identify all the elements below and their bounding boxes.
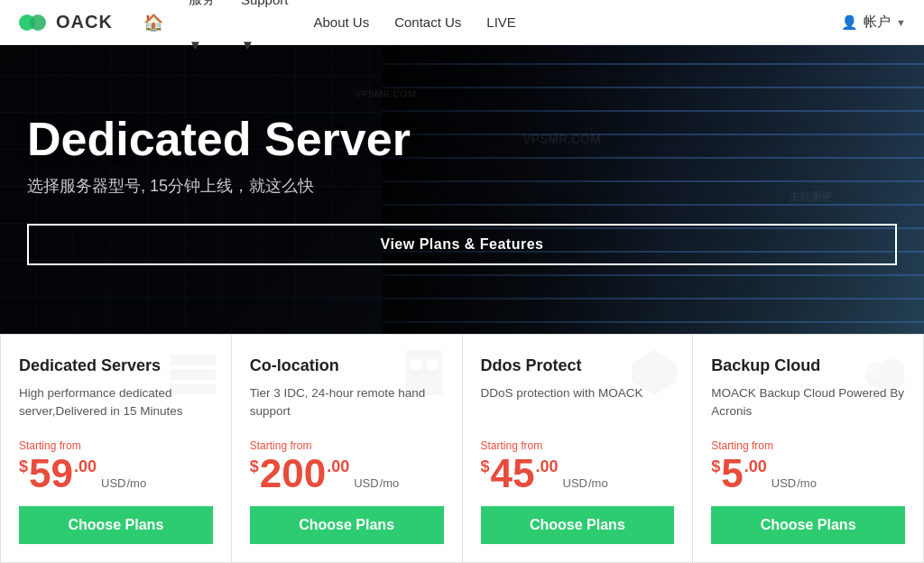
backup-price-cents: .00 — [744, 457, 767, 476]
hero-section: VPSMR.COM 主机测评 VPSMR.COM Dedicated Serve… — [0, 45, 924, 334]
dedicated-choose-button[interactable]: Choose Plans — [19, 506, 213, 544]
navbar: OACK 🏠 服务 ▼ Support ▼ About Us Contact U… — [0, 0, 924, 45]
support-chevron: ▼ — [228, 23, 301, 68]
card-colocation: Co-location Tier 3 IDC, 24-hour remote h… — [232, 334, 463, 563]
card-backup: Backup Cloud MOACK Backup Cloud Powered … — [693, 334, 924, 563]
colocation-period: /mo — [380, 476, 400, 490]
ddos-choose-button[interactable]: Choose Plans — [481, 506, 675, 544]
ddos-price-main: 45 — [491, 454, 535, 494]
nav-support-label: Support — [228, 0, 301, 23]
svg-rect-7 — [427, 359, 438, 370]
colocation-price-cents: .00 — [327, 457, 349, 476]
cards-section: Dedicated Servers High performance dedic… — [0, 334, 924, 563]
nav-links: 服务 ▼ Support ▼ About Us Contact Us LIVE — [176, 0, 841, 68]
ddos-dollar: $ — [481, 457, 490, 476]
backup-price-row: $ 5 .00 USD /mo — [711, 454, 905, 494]
nav-item-contact[interactable]: Contact Us — [382, 0, 474, 45]
svg-rect-6 — [411, 359, 421, 370]
backup-starting-from: Starting from — [711, 439, 905, 452]
svg-rect-2 — [171, 355, 216, 365]
dedicated-price-row: $ 59 .00 USD /mo — [19, 454, 213, 494]
svg-point-10 — [880, 359, 905, 379]
nav-item-live[interactable]: LIVE — [474, 0, 529, 45]
logo-icon — [18, 10, 51, 35]
dedicated-price-cents: .00 — [74, 457, 97, 476]
nav-item-about[interactable]: About Us — [300, 0, 382, 45]
account-menu[interactable]: 👤 帐户 ▼ — [841, 14, 906, 31]
ddos-period: /mo — [588, 476, 608, 490]
svg-point-1 — [30, 14, 46, 31]
account-chevron: ▼ — [896, 17, 906, 28]
backup-price-main: 5 — [721, 454, 743, 494]
ddos-icon-bg — [627, 346, 681, 400]
account-icon: 👤 — [841, 14, 858, 31]
svg-rect-4 — [171, 383, 216, 394]
dedicated-dollar: $ — [19, 457, 28, 476]
card-ddos: Ddos Protect DDoS protection with MOACK … — [463, 334, 694, 563]
account-label: 帐户 — [864, 14, 891, 31]
nav-services-label: 服务 — [176, 0, 228, 23]
backup-period: /mo — [797, 476, 817, 490]
nav-live-label[interactable]: LIVE — [474, 0, 529, 45]
dedicated-price-main: 59 — [29, 454, 73, 494]
ddos-price-row: $ 45 .00 USD /mo — [481, 454, 675, 494]
nav-item-support[interactable]: Support ▼ — [228, 0, 301, 68]
dedicated-currency: USD — [101, 476, 125, 490]
hero-title: Dedicated Server — [27, 114, 897, 165]
view-plans-button[interactable]: View Plans & Features — [27, 224, 897, 265]
services-chevron: ▼ — [176, 23, 228, 68]
dedicated-period: /mo — [126, 476, 146, 490]
backup-choose-button[interactable]: Choose Plans — [711, 506, 905, 544]
dedicated-starting-from: Starting from — [19, 439, 213, 452]
colocation-choose-button[interactable]: Choose Plans — [250, 506, 444, 544]
backup-dollar: $ — [711, 457, 720, 476]
card-dedicated: Dedicated Servers High performance dedic… — [0, 334, 232, 563]
ddos-starting-from: Starting from — [481, 439, 675, 452]
ddos-price-cents: .00 — [535, 457, 558, 476]
nav-about-label[interactable]: About Us — [300, 0, 382, 45]
nav-home-icon[interactable]: 🏠 — [131, 0, 176, 45]
nav-contact-label[interactable]: Contact Us — [382, 0, 474, 45]
dedicated-icon-bg — [166, 346, 220, 400]
svg-rect-3 — [171, 369, 216, 380]
colocation-currency: USD — [354, 476, 378, 490]
backup-icon-bg — [858, 346, 912, 400]
nav-item-services[interactable]: 服务 ▼ — [176, 0, 228, 68]
colocation-starting-from: Starting from — [250, 439, 444, 452]
colocation-icon-bg — [397, 346, 451, 400]
colocation-price-main: 200 — [260, 454, 326, 494]
logo-link[interactable]: OACK — [18, 10, 113, 35]
hero-subtitle: 选择服务器型号, 15分钟上线，就这么快 — [27, 175, 897, 197]
backup-currency: USD — [772, 476, 796, 490]
colocation-price-row: $ 200 .00 USD /mo — [250, 454, 444, 494]
svg-rect-5 — [406, 350, 442, 395]
ddos-currency: USD — [563, 476, 587, 490]
logo-text: OACK — [56, 12, 113, 32]
colocation-dollar: $ — [250, 457, 259, 476]
